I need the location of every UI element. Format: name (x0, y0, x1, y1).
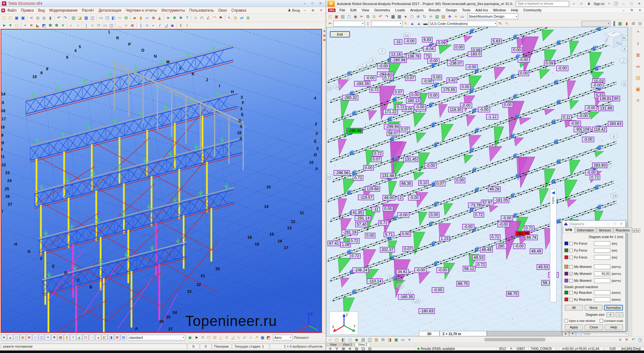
snap-wave-icon[interactable]: ≈ (248, 335, 253, 340)
zoom-in-icon[interactable]: ⊕ (415, 13, 421, 20)
roller-icon[interactable]: ▬ (422, 20, 429, 27)
grid3-icon[interactable]: ⊞ (340, 345, 347, 350)
measure-icon[interactable]: ∠ (205, 15, 211, 21)
select-grid2-icon[interactable]: ⌗ (70, 334, 76, 340)
box2-icon[interactable]: ◨ (386, 336, 393, 343)
select-bolts-icon[interactable]: ◇ (32, 334, 38, 340)
u-profile-icon[interactable]: ◡ (117, 22, 123, 29)
clip-grid2-icon[interactable]: ▦ (323, 38, 326, 42)
login-button[interactable]: Вход (292, 9, 300, 12)
line4-icon[interactable]: / (157, 22, 163, 29)
compare-icon[interactable]: ◪ (77, 15, 83, 21)
dialog-tab-ntm[interactable]: NTM (563, 227, 575, 233)
save-icon[interactable]: ▣ (333, 13, 340, 20)
copy-icon[interactable]: ⧉ (232, 15, 239, 21)
scale-input[interactable] (594, 255, 610, 260)
redo-icon[interactable]: ↷ (62, 15, 68, 21)
measure-arc-icon[interactable]: ◠ (211, 15, 218, 21)
camera-icon[interactable]: ◉ (352, 13, 358, 20)
robot-titlebar[interactable]: R Autodesk Robot Structural Analysis Pro… (326, 0, 644, 8)
menu-item-12[interactable]: Community (521, 8, 544, 12)
component-catalog-icon[interactable]: ❖ (178, 15, 184, 21)
select-parts2-icon[interactable]: ✦ (45, 334, 51, 340)
fit-work-area-icon[interactable]: ⊞ (123, 15, 129, 21)
view-mode-cell[interactable]: 3D (419, 331, 440, 336)
diagram-checkbox[interactable] (569, 298, 573, 301)
render-icon[interactable]: ▧ (434, 13, 440, 20)
dialog-close-button[interactable]: Close (585, 324, 603, 330)
doc-close-icon[interactable]: ✕ (636, 8, 643, 13)
menu-item-8[interactable]: Tools (459, 8, 473, 12)
dialog-minimize-icon[interactable]: — (606, 222, 611, 225)
select-grids-icon[interactable]: ⊞ (26, 334, 32, 340)
menu-item-0[interactable]: File (337, 8, 348, 12)
select-points-icon[interactable]: ▣ (20, 334, 26, 340)
layout-icon[interactable]: ▱ (327, 336, 333, 343)
line2-icon[interactable]: = (144, 22, 150, 29)
open-icon[interactable]: ◰ (327, 13, 333, 20)
save-as-icon[interactable]: ▣ (20, 15, 26, 21)
cut-plane-icon[interactable]: ✂ (117, 15, 123, 21)
snap-corner-icon[interactable]: ◿ (230, 335, 236, 340)
doc-minimize-icon[interactable]: – (620, 8, 627, 13)
equal-icon[interactable]: = (89, 22, 96, 29)
snap-db-icon[interactable]: ▣ (260, 335, 265, 340)
zoom-select-icon[interactable]: ◻ (409, 13, 415, 20)
world-icon[interactable]: ◳ (637, 336, 643, 343)
snap-orb-icon[interactable]: ◉ (187, 334, 193, 341)
z-level-cell[interactable]: Z = 11,70 m (440, 331, 487, 336)
view-mgr-icon[interactable]: ◧ (340, 336, 347, 343)
select-box-icon[interactable]: ▢ (14, 22, 20, 29)
create-plate-icon[interactable]: ▱ (144, 15, 150, 21)
star-icon[interactable]: ☆ (579, 1, 584, 7)
select-rebar2-icon[interactable]: ◕ (95, 334, 101, 340)
rect-icon[interactable]: ▭ (102, 22, 108, 29)
menu-item-2[interactable]: Вид (36, 8, 47, 13)
tabs-strip[interactable]: ◀ tabs (550, 189, 557, 302)
constant-scale-checkbox[interactable] (600, 319, 603, 322)
size-plus-button[interactable]: + (607, 312, 614, 317)
menu-item-7[interactable]: Design (443, 8, 459, 12)
undo-view-icon[interactable]: ↶ (630, 336, 636, 343)
point-x-icon[interactable]: ✕ (28, 22, 35, 29)
scroll-right-icon[interactable]: > (617, 336, 623, 343)
view-combo[interactable]: View▾ (581, 331, 629, 336)
select-welds-icon[interactable]: ◫ (39, 334, 45, 340)
printer-icon[interactable]: ▤ (340, 13, 346, 20)
move-icon[interactable]: ⇄ (239, 15, 245, 21)
table-icon[interactable]: ▤ (360, 336, 366, 343)
menu-item-4[interactable]: Loads (393, 8, 408, 12)
tab-scroll-right-icon[interactable]: ▸ (636, 229, 640, 233)
snap-line-icon[interactable]: ∿ (236, 335, 242, 340)
section-icon[interactable]: ≣ (634, 51, 642, 59)
axis-y-icon[interactable]: Y (334, 345, 340, 350)
diamond-icon[interactable]: ◆ (169, 22, 175, 29)
diagram-checkbox[interactable] (569, 291, 573, 294)
sheet-icon[interactable]: ▦ (373, 336, 380, 343)
open-new-window-checkbox[interactable] (564, 319, 568, 322)
mesh-icon[interactable]: ▨ (440, 13, 447, 20)
menu-item-7[interactable]: Инструменты (159, 8, 187, 13)
create-weld-icon[interactable]: ◭ (157, 15, 163, 21)
normalize-button[interactable]: Normalize (604, 305, 623, 310)
corner2-icon[interactable]: ⊓ (96, 22, 102, 29)
z-down-button[interactable]: ▼ (569, 331, 576, 336)
list-icon[interactable]: ▤ (70, 15, 77, 21)
scroll-orb-icon[interactable]: ◉ (323, 30, 326, 33)
signin-button[interactable]: Sign In (594, 2, 604, 6)
select-misc-icon[interactable]: ▤ (120, 334, 126, 340)
attr-brush-icon[interactable]: ✎ (402, 20, 409, 27)
diagram-checkbox[interactable]: ✓ (569, 272, 573, 276)
collapse-arrow-icon[interactable]: ^ (634, 28, 642, 36)
size-minus-button[interactable]: -- (616, 312, 623, 317)
view-3d-icon[interactable]: ◳ (104, 15, 110, 21)
orientation-widget[interactable]: Z X Y (329, 311, 358, 335)
scroll-left-icon[interactable]: < (406, 336, 413, 343)
filter-icon[interactable]: ▼ (7, 22, 14, 29)
maximize-icon[interactable]: □ (309, 1, 316, 6)
menu-item-10[interactable]: Window (491, 8, 508, 12)
params2-icon[interactable]: ✎ (504, 20, 510, 27)
snap-circle-icon[interactable]: O (212, 335, 218, 340)
snap-arrow-icon[interactable]: ↗ (254, 335, 259, 340)
table3-icon[interactable]: ⊟ (637, 20, 643, 27)
